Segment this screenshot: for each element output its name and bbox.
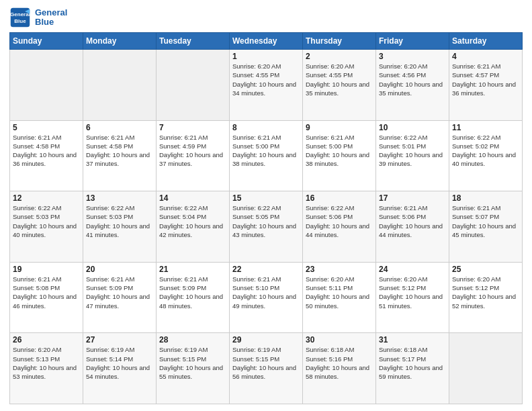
day-cell: 4Sunrise: 6:21 AMSunset: 4:57 PMDaylight… [449,50,523,121]
day-cell: 19Sunrise: 6:21 AMSunset: 5:08 PMDayligh… [10,262,83,333]
day-cell: 13Sunrise: 6:22 AMSunset: 5:03 PMDayligh… [83,191,157,263]
day-cell: 3Sunrise: 6:20 AMSunset: 4:56 PMDaylight… [376,50,449,121]
day-number: 24 [379,265,446,274]
day-info: Sunrise: 6:22 AMSunset: 5:01 PMDaylight:… [379,133,446,169]
day-cell: 26Sunrise: 6:20 AMSunset: 5:13 PMDayligh… [10,333,83,404]
svg-text:Blue: Blue [14,18,26,24]
day-number: 17 [379,193,446,203]
day-number: 10 [379,123,446,132]
day-info: Sunrise: 6:21 AMSunset: 4:58 PMDaylight:… [86,133,153,169]
day-cell: 29Sunrise: 6:19 AMSunset: 5:15 PMDayligh… [230,333,303,404]
day-cell: 11Sunrise: 6:22 AMSunset: 5:02 PMDayligh… [449,120,523,191]
weekday-header-saturday: Saturday [449,33,523,50]
day-cell: 1Sunrise: 6:20 AMSunset: 4:55 PMDaylight… [230,50,303,121]
day-number: 6 [86,123,153,132]
day-info: Sunrise: 6:19 AMSunset: 5:15 PMDaylight:… [232,345,300,381]
calendar-page: General Blue GeneralBlue SundayMondayTue… [0,0,532,411]
day-number: 9 [306,123,373,132]
day-info: Sunrise: 6:21 AMSunset: 5:09 PMDaylight:… [159,275,226,310]
day-cell: 27Sunrise: 6:19 AMSunset: 5:14 PMDayligh… [83,333,157,404]
day-number: 31 [379,335,446,345]
day-info: Sunrise: 6:21 AMSunset: 5:07 PMDaylight:… [452,203,519,239]
day-info: Sunrise: 6:20 AMSunset: 4:55 PMDaylight:… [306,62,373,97]
day-number: 14 [159,193,226,203]
day-info: Sunrise: 6:22 AMSunset: 5:02 PMDaylight:… [452,133,519,169]
day-cell: 31Sunrise: 6:18 AMSunset: 5:17 PMDayligh… [376,333,449,404]
day-info: Sunrise: 6:18 AMSunset: 5:17 PMDaylight:… [379,345,446,381]
day-info: Sunrise: 6:19 AMSunset: 5:15 PMDaylight:… [159,345,226,381]
week-row-1: 1Sunrise: 6:20 AMSunset: 4:55 PMDaylight… [10,50,523,121]
day-cell: 20Sunrise: 6:21 AMSunset: 5:09 PMDayligh… [83,262,157,333]
day-number: 13 [86,193,153,203]
day-number: 1 [232,52,300,61]
day-cell: 10Sunrise: 6:22 AMSunset: 5:01 PMDayligh… [376,120,449,191]
day-cell [449,333,523,404]
day-number: 27 [86,335,153,345]
day-number: 29 [232,335,300,345]
weekday-header-sunday: Sunday [10,33,83,50]
day-info: Sunrise: 6:21 AMSunset: 5:08 PMDaylight:… [13,275,80,310]
day-cell [157,50,230,121]
day-cell: 6Sunrise: 6:21 AMSunset: 4:58 PMDaylight… [83,120,157,191]
day-number: 21 [159,265,226,274]
day-cell: 30Sunrise: 6:18 AMSunset: 5:16 PMDayligh… [303,333,376,404]
day-info: Sunrise: 6:22 AMSunset: 5:05 PMDaylight:… [232,203,300,239]
weekday-header-friday: Friday [376,33,449,50]
weekday-header-monday: Monday [83,33,157,50]
day-number: 18 [452,193,519,203]
day-cell [83,50,157,121]
logo: General Blue GeneralBlue [9,7,67,28]
day-number: 7 [159,123,226,132]
weekday-header-row: SundayMondayTuesdayWednesdayThursdayFrid… [10,33,523,50]
day-cell: 21Sunrise: 6:21 AMSunset: 5:09 PMDayligh… [157,262,230,333]
day-cell: 9Sunrise: 6:21 AMSunset: 5:00 PMDaylight… [303,120,376,191]
day-cell [10,50,83,121]
day-number: 5 [13,123,80,132]
day-number: 8 [232,123,300,132]
day-info: Sunrise: 6:18 AMSunset: 5:16 PMDaylight:… [306,345,373,381]
day-number: 4 [452,52,519,61]
day-cell: 5Sunrise: 6:21 AMSunset: 4:58 PMDaylight… [10,120,83,191]
weekday-header-thursday: Thursday [303,33,376,50]
week-row-3: 12Sunrise: 6:22 AMSunset: 5:03 PMDayligh… [10,191,523,263]
day-cell: 28Sunrise: 6:19 AMSunset: 5:15 PMDayligh… [157,333,230,404]
day-info: Sunrise: 6:20 AMSunset: 5:13 PMDaylight:… [13,345,80,381]
logo-icon: General Blue [9,7,31,28]
week-row-4: 19Sunrise: 6:21 AMSunset: 5:08 PMDayligh… [10,262,523,333]
weekday-header-tuesday: Tuesday [157,33,230,50]
week-row-2: 5Sunrise: 6:21 AMSunset: 4:58 PMDaylight… [10,120,523,191]
day-number: 2 [306,52,373,61]
day-cell: 25Sunrise: 6:20 AMSunset: 5:12 PMDayligh… [449,262,523,333]
day-info: Sunrise: 6:21 AMSunset: 5:09 PMDaylight:… [86,275,153,310]
day-info: Sunrise: 6:21 AMSunset: 4:57 PMDaylight:… [452,62,519,97]
calendar-body: 1Sunrise: 6:20 AMSunset: 4:55 PMDaylight… [10,50,523,404]
day-info: Sunrise: 6:22 AMSunset: 5:03 PMDaylight:… [86,203,153,239]
day-number: 22 [232,265,300,274]
day-number: 15 [232,193,300,203]
day-info: Sunrise: 6:21 AMSunset: 4:58 PMDaylight:… [13,133,80,169]
day-info: Sunrise: 6:22 AMSunset: 5:06 PMDaylight:… [306,203,373,239]
day-info: Sunrise: 6:20 AMSunset: 5:12 PMDaylight:… [452,275,519,310]
calendar-header: SundayMondayTuesdayWednesdayThursdayFrid… [10,33,523,50]
day-info: Sunrise: 6:22 AMSunset: 5:03 PMDaylight:… [13,203,80,239]
day-cell: 24Sunrise: 6:20 AMSunset: 5:12 PMDayligh… [376,262,449,333]
day-cell: 7Sunrise: 6:21 AMSunset: 4:59 PMDaylight… [157,120,230,191]
day-cell: 17Sunrise: 6:21 AMSunset: 5:06 PMDayligh… [376,191,449,263]
calendar-table: SundayMondayTuesdayWednesdayThursdayFrid… [9,32,523,404]
day-info: Sunrise: 6:20 AMSunset: 5:12 PMDaylight:… [379,275,446,310]
day-info: Sunrise: 6:20 AMSunset: 4:55 PMDaylight:… [232,62,300,97]
weekday-header-wednesday: Wednesday [230,33,303,50]
day-info: Sunrise: 6:22 AMSunset: 5:04 PMDaylight:… [159,203,226,239]
week-row-5: 26Sunrise: 6:20 AMSunset: 5:13 PMDayligh… [10,333,523,404]
day-number: 20 [86,265,153,274]
day-cell: 16Sunrise: 6:22 AMSunset: 5:06 PMDayligh… [303,191,376,263]
day-info: Sunrise: 6:21 AMSunset: 5:06 PMDaylight:… [379,203,446,239]
day-cell: 15Sunrise: 6:22 AMSunset: 5:05 PMDayligh… [230,191,303,263]
day-info: Sunrise: 6:20 AMSunset: 5:11 PMDaylight:… [306,275,373,310]
day-number: 12 [13,193,80,203]
day-cell: 14Sunrise: 6:22 AMSunset: 5:04 PMDayligh… [157,191,230,263]
day-info: Sunrise: 6:21 AMSunset: 5:00 PMDaylight:… [306,133,373,169]
day-info: Sunrise: 6:21 AMSunset: 5:00 PMDaylight:… [232,133,300,169]
day-number: 30 [306,335,373,345]
day-info: Sunrise: 6:20 AMSunset: 4:56 PMDaylight:… [379,62,446,97]
